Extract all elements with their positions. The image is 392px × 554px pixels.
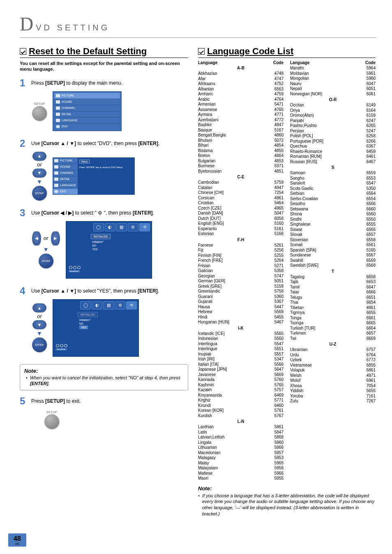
lang-code: 5966 [274, 471, 284, 476]
lang-code: 6855 [367, 363, 376, 368]
lang-name: Ukrainian [290, 347, 307, 353]
setup-label: Setup [79, 159, 90, 164]
lang-row: Maltese5966 [198, 471, 284, 476]
menu-item-label: LANGUAGE [62, 119, 78, 122]
lang-code: 4965 [274, 206, 284, 211]
lang-name: Czech [CZE] [198, 206, 221, 211]
lang-row: Italian [ITA]5566 [198, 362, 284, 367]
lang-name: Welsh [290, 373, 302, 379]
menu-item-label: PICTURE [62, 94, 74, 97]
lang-code: 5971 [274, 164, 284, 169]
lang-row: Croatian5464 [198, 201, 284, 206]
lang-name: Interlingue [198, 346, 217, 352]
lang-row: Greek [GRE]5158 [198, 284, 284, 289]
menu-item-picture: PICTURE [54, 93, 120, 99]
menu-item-label: LANGUAGE [60, 184, 76, 187]
menu-item-icon [54, 178, 58, 181]
lang-row: Korean [KOR]5761 [198, 408, 284, 413]
lang-header-code: Code [273, 60, 284, 65]
lang-name: Kurdish [198, 413, 212, 419]
lang-name: Inupiak [198, 352, 211, 357]
lang-name: Lithuanian [198, 445, 217, 450]
initialize-button: INITIALIZE [78, 312, 98, 317]
lang-code: 6459 [367, 149, 376, 155]
lang-row: Oromo(Afan)6159 [290, 113, 376, 118]
lang-row: Abkhazian4748 [198, 71, 284, 76]
lang-row: Chinese [CHI]7254 [198, 190, 284, 196]
lang-row: Yoruba7161 [290, 394, 376, 399]
lang-row: Frisian5271 [198, 263, 284, 269]
step-3-num: 3 [20, 208, 28, 218]
lang-code: 6557 [367, 232, 376, 238]
lang-name: Zulu [290, 399, 298, 404]
note-item: If you choose a language that has a 3-le… [198, 493, 376, 517]
lang-row: Nepali6051 [290, 86, 376, 92]
lang-row: Dutch [DUT]6058 [198, 216, 284, 222]
lang-row: Kannada5760 [198, 377, 284, 383]
lang-code: 6159 [367, 113, 376, 118]
header-big-letter: D [20, 13, 35, 35]
lang-code: 6149 [367, 103, 376, 108]
lang-row: Finnish [FIN]5255 [198, 253, 284, 259]
step-1: 1 Press [SETUP] to display the main menu… [20, 78, 188, 88]
lang-row: Interlingue5551 [198, 346, 284, 352]
flow-arrow-icon: ▼ [43, 246, 49, 253]
lang-code: 5255 [274, 253, 284, 259]
lang-row: Malayalam5958 [198, 466, 284, 471]
lang-row: Polish [POL]6258 [290, 134, 376, 139]
lang-row: Slovenian6558 [290, 238, 376, 243]
lang-code: 5047 [274, 211, 284, 216]
lang-row: Burmese5971 [198, 164, 284, 169]
lang-name: Xhosa [290, 383, 302, 389]
lang-row: Lithuanian5866 [198, 445, 284, 450]
or-label: or [37, 313, 42, 319]
enter-button-icon: ENTER [32, 186, 47, 201]
lang-row: Urdu6764 [290, 353, 376, 358]
lang-name: Basque [198, 128, 212, 133]
menu-item-sound: SOUND [54, 99, 120, 105]
lang-code: 6664 [367, 326, 376, 331]
lang-row: Occitan6149 [290, 103, 376, 108]
lang-row: Amharic4759 [198, 92, 284, 97]
lang-name: Sundanese [290, 253, 311, 258]
lang-code: 6460 [274, 403, 284, 409]
lang-code: 5464 [274, 201, 284, 206]
lang-code: 6764 [367, 353, 376, 358]
lang-row: Vietnamese6855 [290, 363, 376, 368]
menu-item-icon [56, 100, 60, 104]
lang-row: Persian5247 [290, 129, 376, 134]
lang-code: 5247 [367, 129, 376, 134]
lang-code: 6367 [367, 144, 376, 149]
step-1-illustration: SETUP PICTURESOUNDCHANNELDETAILLANGUAGED… [32, 91, 188, 131]
menu-item-icon [54, 190, 58, 193]
lang-code: 5961 [367, 71, 376, 76]
lang-name: Singhalese [290, 222, 310, 227]
lang-row: Basque5167 [198, 128, 284, 133]
lang-row: Bulgarian4853 [198, 159, 284, 164]
menu-item-label: DVD [60, 190, 66, 193]
language-code-table: Language Code A-BAbkhazian4748Afar4747Af… [198, 60, 376, 481]
menu-item-dvd: DVD [53, 189, 78, 194]
lang-name: Panjabi [290, 118, 304, 124]
setup-tab-icon: ▤ [116, 223, 127, 231]
lang-name: Interlingua [198, 342, 217, 347]
lang-code: 5165 [367, 248, 376, 253]
lang-row: Singhalese6555 [290, 222, 376, 227]
menu-item-picture: PICTURE [53, 158, 78, 164]
lang-name: Samoan [290, 171, 305, 176]
setup-tab-icon: ◐ [105, 223, 115, 231]
lang-group-header: L-N [198, 419, 284, 424]
lang-row: Bashkir4847 [198, 122, 284, 128]
lang-code: 6666 [367, 290, 376, 295]
lang-name: Burmese [198, 164, 214, 169]
menu-item-label: DETAIL [60, 178, 70, 180]
lang-name: Hausa [198, 305, 210, 310]
lang-name: Nepali [290, 86, 302, 92]
cursor-left-icon: ◀ [32, 231, 41, 245]
lang-code: 4772 [274, 118, 284, 123]
lang-row: Cambodian5759 [198, 180, 284, 185]
header-title: VD SETTING [36, 23, 110, 32]
step-5-illustration: SETUP [44, 409, 188, 429]
option-no: NO [79, 322, 136, 325]
lang-row: Tigrinya6655 [290, 310, 376, 316]
